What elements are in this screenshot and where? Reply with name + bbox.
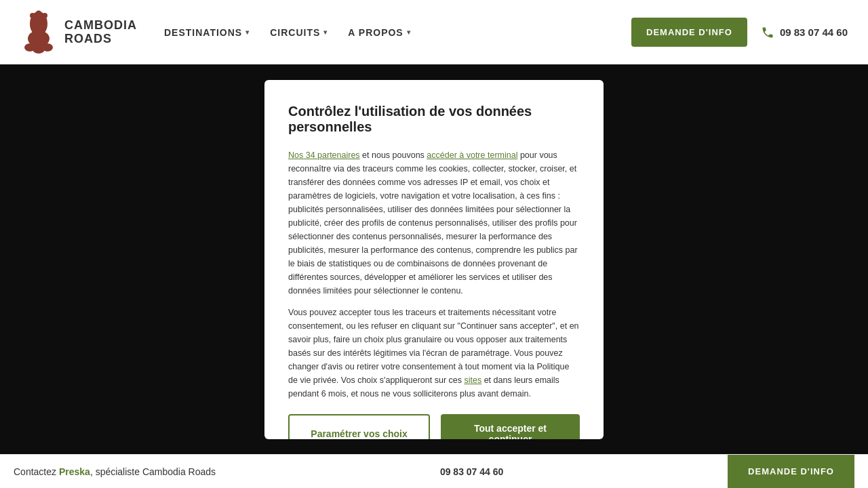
header-demande-button[interactable]: DEMANDE D'INFO xyxy=(631,18,747,47)
modal-buttons: Paramétrer vos choix Tout accepter et co… xyxy=(288,414,580,439)
header-right: DEMANDE D'INFO 09 83 07 44 60 xyxy=(631,18,848,47)
terminal-link[interactable]: accéder à votre terminal xyxy=(427,150,517,160)
modal-paragraph1: Nos 34 partenaires et nous pouvons accéd… xyxy=(288,148,580,298)
modal-backdrop: Contrôlez l'utilisation de vos données p… xyxy=(0,64,868,454)
svg-point-3 xyxy=(42,13,47,18)
specialist-link[interactable]: Preska xyxy=(59,466,90,477)
header-phone: 09 83 07 44 60 xyxy=(761,26,848,39)
accepter-button[interactable]: Tout accepter et continuer xyxy=(441,414,580,439)
logo[interactable]: CAMBODIA ROADS xyxy=(20,10,137,54)
phone-icon xyxy=(761,26,774,39)
bottom-contact-text: Contactez Preska, spécialiste Cambodia R… xyxy=(14,466,216,477)
svg-point-1 xyxy=(30,13,35,18)
svg-point-7 xyxy=(42,43,53,52)
modal-title: Contrôlez l'utilisation de vos données p… xyxy=(288,104,580,135)
modal-body: Nos 34 partenaires et nous pouvons accéd… xyxy=(288,148,580,401)
partners-link[interactable]: Nos 34 partenaires xyxy=(288,150,360,160)
bottom-demande-button[interactable]: DEMANDE D'INFO xyxy=(728,455,854,489)
destinations-chevron-icon: ▾ xyxy=(245,28,250,36)
logo-icon xyxy=(20,10,58,54)
apropos-chevron-icon: ▾ xyxy=(407,28,411,36)
logo-text: CAMBODIA ROADS xyxy=(64,19,137,46)
main-nav: DESTINATIONS ▾ CIRCUITS ▾ A PROPOS ▾ xyxy=(164,27,631,38)
sites-link[interactable]: sites xyxy=(464,375,481,385)
nav-apropos[interactable]: A PROPOS ▾ xyxy=(348,27,410,38)
consent-modal: Contrôlez l'utilisation de vos données p… xyxy=(264,80,604,439)
parametrer-button[interactable]: Paramétrer vos choix xyxy=(288,414,430,439)
bottom-phone: 09 83 07 44 60 xyxy=(440,466,503,477)
circuits-chevron-icon: ▾ xyxy=(323,28,328,36)
svg-point-2 xyxy=(36,11,42,17)
site-header: CAMBODIA ROADS DESTINATIONS ▾ CIRCUITS ▾… xyxy=(0,0,868,64)
modal-paragraph2: Vous pouvez accepter tous les traceurs e… xyxy=(288,306,580,401)
bottom-bar: Contactez Preska, spécialiste Cambodia R… xyxy=(0,454,868,488)
nav-destinations[interactable]: DESTINATIONS ▾ xyxy=(164,27,250,38)
nav-circuits[interactable]: CIRCUITS ▾ xyxy=(270,27,328,38)
